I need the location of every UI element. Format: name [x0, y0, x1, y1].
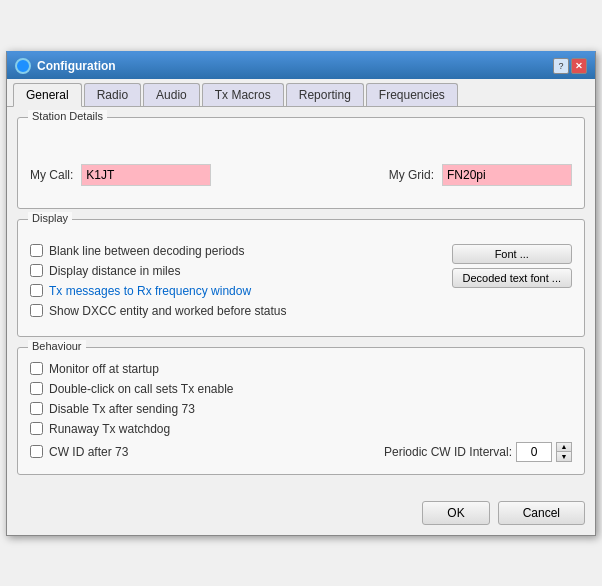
checkbox-runaway: Runaway Tx watchdog — [30, 422, 572, 436]
tab-reporting[interactable]: Reporting — [286, 83, 364, 106]
dialog-buttons: OK Cancel — [7, 495, 595, 535]
checkbox-tx-messages-input[interactable] — [30, 284, 43, 297]
checkbox-distance: Display distance in miles — [30, 264, 442, 278]
station-details-section: Station Details My Call: My Grid: — [17, 117, 585, 209]
title-bar: Configuration ? ✕ — [7, 53, 595, 79]
my-call-label: My Call: — [30, 168, 73, 182]
display-buttons: Font ... Decoded text font ... — [452, 244, 572, 324]
display-inner: Blank line between decoding periods Disp… — [30, 240, 572, 324]
checkbox-disable-tx-input[interactable] — [30, 402, 43, 415]
checkbox-disable-tx: Disable Tx after sending 73 — [30, 402, 572, 416]
configuration-window: Configuration ? ✕ General Radio Audio Tx… — [6, 51, 596, 536]
checkbox-cw-id-input[interactable] — [30, 445, 43, 458]
my-grid-input[interactable] — [442, 164, 572, 186]
checkbox-cw-id-label: CW ID after 73 — [49, 445, 128, 459]
tab-bar: General Radio Audio Tx Macros Reporting … — [7, 79, 595, 107]
ok-button[interactable]: OK — [422, 501, 489, 525]
checkbox-runaway-input[interactable] — [30, 422, 43, 435]
checkbox-blank-line: Blank line between decoding periods — [30, 244, 442, 258]
station-row: My Call: My Grid: — [30, 144, 572, 196]
periodic-label: Periodic CW ID Interval: — [384, 445, 512, 459]
cancel-button[interactable]: Cancel — [498, 501, 585, 525]
periodic-cw-wrap: Periodic CW ID Interval: ▲ ▼ — [384, 442, 572, 462]
spinner-up-button[interactable]: ▲ — [557, 443, 571, 452]
tab-frequencies[interactable]: Frequencies — [366, 83, 458, 106]
behaviour-inner: Monitor off at startup Double-click on c… — [30, 358, 572, 462]
tab-general[interactable]: General — [13, 83, 82, 107]
display-section: Display Blank line between decoding peri… — [17, 219, 585, 337]
checkbox-dxcc: Show DXCC entity and worked before statu… — [30, 304, 442, 318]
checkbox-blank-line-label: Blank line between decoding periods — [49, 244, 244, 258]
behaviour-title: Behaviour — [28, 340, 86, 352]
bottom-row: CW ID after 73 Periodic CW ID Interval: … — [30, 442, 572, 462]
close-button[interactable]: ✕ — [571, 58, 587, 74]
content-area: Station Details My Call: My Grid: Displa… — [7, 107, 595, 495]
window-title: Configuration — [37, 59, 116, 73]
behaviour-section: Behaviour Monitor off at startup Double-… — [17, 347, 585, 475]
checkbox-monitor-label: Monitor off at startup — [49, 362, 159, 376]
checkbox-runaway-label: Runaway Tx watchdog — [49, 422, 170, 436]
checkbox-distance-input[interactable] — [30, 264, 43, 277]
checkbox-disable-tx-label: Disable Tx after sending 73 — [49, 402, 195, 416]
checkbox-blank-line-input[interactable] — [30, 244, 43, 257]
checkbox-cw-id: CW ID after 73 — [30, 445, 128, 459]
display-title: Display — [28, 212, 72, 224]
spinner-down-button[interactable]: ▼ — [557, 452, 571, 461]
checkbox-distance-label: Display distance in miles — [49, 264, 180, 278]
checkbox-double-click-label: Double-click on call sets Tx enable — [49, 382, 234, 396]
font-button[interactable]: Font ... — [452, 244, 572, 264]
display-checkboxes: Blank line between decoding periods Disp… — [30, 244, 442, 324]
tab-tx-macros[interactable]: Tx Macros — [202, 83, 284, 106]
checkbox-double-click-input[interactable] — [30, 382, 43, 395]
periodic-value-input[interactable] — [516, 442, 552, 462]
decoded-font-button[interactable]: Decoded text font ... — [452, 268, 572, 288]
checkbox-double-click: Double-click on call sets Tx enable — [30, 382, 572, 396]
tab-radio[interactable]: Radio — [84, 83, 141, 106]
checkbox-dxcc-input[interactable] — [30, 304, 43, 317]
help-button[interactable]: ? — [553, 58, 569, 74]
checkbox-dxcc-label: Show DXCC entity and worked before statu… — [49, 304, 286, 318]
app-icon — [15, 58, 31, 74]
station-details-title: Station Details — [28, 110, 107, 122]
checkbox-monitor: Monitor off at startup — [30, 362, 572, 376]
tab-audio[interactable]: Audio — [143, 83, 200, 106]
checkbox-monitor-input[interactable] — [30, 362, 43, 375]
checkbox-tx-messages-label: Tx messages to Rx frequency window — [49, 284, 251, 298]
my-call-input[interactable] — [81, 164, 211, 186]
spinner-arrows: ▲ ▼ — [556, 442, 572, 462]
checkbox-tx-messages: Tx messages to Rx frequency window — [30, 284, 442, 298]
title-bar-buttons: ? ✕ — [553, 58, 587, 74]
my-grid-label: My Grid: — [389, 168, 434, 182]
title-bar-left: Configuration — [15, 58, 116, 74]
